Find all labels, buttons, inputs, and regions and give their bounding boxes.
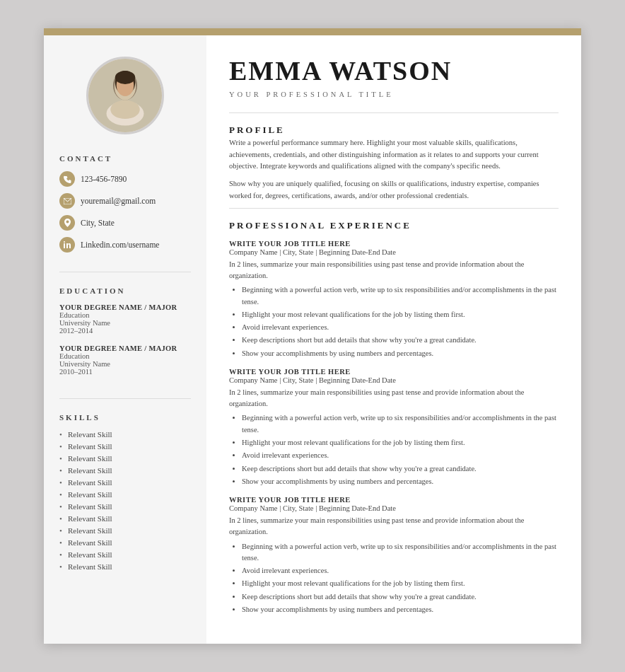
job-company-1: Company Name | City, State | Beginning D… bbox=[229, 248, 559, 256]
job-bullet-2-3: Avoid irrelevant experiences. bbox=[242, 450, 559, 461]
edu-type-2: Education bbox=[59, 352, 191, 360]
profile-section: PROFILE Write a powerful performance sum… bbox=[229, 124, 559, 202]
email-text: youremail@gmail.com bbox=[81, 197, 156, 205]
job-bullet-3-3: Highlight your most relevant qualificati… bbox=[242, 578, 559, 589]
sidebar: CONTACT 123-456-7890 youremail@gmail.com bbox=[44, 35, 206, 644]
linkedin-text: Linkedin.com/username bbox=[81, 241, 159, 249]
profile-heading: PROFILE bbox=[229, 124, 559, 136]
svg-point-7 bbox=[110, 100, 140, 119]
skills-heading: SKILLS bbox=[59, 413, 191, 422]
job-title-3: WRITE YOUR JOB TITLE HERE bbox=[229, 496, 559, 504]
resume-body: CONTACT 123-456-7890 youremail@gmail.com bbox=[44, 35, 581, 644]
job-bullet-2-5: Show your accomplishments by using numbe… bbox=[242, 476, 559, 487]
skill-1: Relevant Skill bbox=[59, 430, 191, 439]
job-entry-1: WRITE YOUR JOB TITLE HERE Company Name |… bbox=[229, 240, 559, 359]
experience-heading: PROFESSIONAL EXPERIENCE bbox=[229, 220, 559, 231]
job-title-1: WRITE YOUR JOB TITLE HERE bbox=[229, 240, 559, 248]
education-section: EDUCATION YOUR DEGREE NAME / MAJOR Educa… bbox=[44, 281, 206, 386]
job-entry-3: WRITE YOUR JOB TITLE HERE Company Name |… bbox=[229, 496, 559, 615]
job-bullet-2-2: Highlight your most relevant qualificati… bbox=[242, 437, 559, 448]
job-bullet-1-5: Show your accomplishments by using numbe… bbox=[242, 348, 559, 359]
profile-paragraph-1: Write a powerful performance summary her… bbox=[229, 137, 559, 173]
skill-4: Relevant Skill bbox=[59, 466, 191, 475]
phone-icon bbox=[59, 171, 75, 187]
skill-9: Relevant Skill bbox=[59, 526, 191, 535]
job-bullet-1-4: Keep descriptions short but add details … bbox=[242, 335, 559, 346]
skill-7: Relevant Skill bbox=[59, 502, 191, 511]
skill-8: Relevant Skill bbox=[59, 514, 191, 523]
job-bullet-1-3: Avoid irrelevant experiences. bbox=[242, 322, 559, 333]
resume-name: EMMA WATSON bbox=[229, 57, 559, 86]
job-bullet-1-1: Beginning with a powerful action verb, w… bbox=[242, 284, 559, 308]
job-bullet-1-2: Highlight your most relevant qualificati… bbox=[242, 309, 559, 320]
professional-title: YOUR PROFESSIONAL TITLE bbox=[229, 91, 559, 98]
profile-photo bbox=[86, 57, 164, 134]
experience-section: PROFESSIONAL EXPERIENCE WRITE YOUR JOB T… bbox=[229, 220, 559, 615]
contact-section: CONTACT 123-456-7890 youremail@gmail.com bbox=[44, 149, 206, 259]
location-icon bbox=[59, 215, 75, 231]
main-content: EMMA WATSON YOUR PROFESSIONAL TITLE PROF… bbox=[206, 35, 581, 644]
job-bullets-3: Beginning with a powerful action verb, w… bbox=[229, 541, 559, 616]
job-bullet-2-1: Beginning with a powerful action verb, w… bbox=[242, 412, 559, 436]
skill-2: Relevant Skill bbox=[59, 442, 191, 451]
profile-paragraph-2: Show why you are uniquely qualified, foc… bbox=[229, 178, 559, 202]
edu-degree-1: YOUR DEGREE NAME / MAJOR bbox=[59, 303, 191, 311]
skill-11: Relevant Skill bbox=[59, 550, 191, 559]
education-entry-1: YOUR DEGREE NAME / MAJOR Education Unive… bbox=[59, 303, 191, 335]
skill-6: Relevant Skill bbox=[59, 490, 191, 499]
job-bullet-2-4: Keep descriptions short but add details … bbox=[242, 463, 559, 475]
svg-rect-9 bbox=[64, 243, 65, 248]
edu-years-1: 2012–2014 bbox=[59, 327, 191, 335]
skill-5: Relevant Skill bbox=[59, 478, 191, 487]
job-desc-1: In 2 lines, summarize your main responsi… bbox=[229, 259, 559, 282]
location-text: City, State bbox=[81, 219, 115, 227]
education-entry-2: YOUR DEGREE NAME / MAJOR Education Unive… bbox=[59, 344, 191, 376]
job-desc-3: In 2 lines, summarize your main responsi… bbox=[229, 515, 559, 538]
email-icon bbox=[59, 193, 75, 209]
job-bullets-2: Beginning with a powerful action verb, w… bbox=[229, 412, 559, 487]
job-entry-2: WRITE YOUR JOB TITLE HERE Company Name |… bbox=[229, 368, 559, 487]
edu-school-2: University Name bbox=[59, 360, 191, 368]
job-title-2: WRITE YOUR JOB TITLE HERE bbox=[229, 368, 559, 376]
job-desc-2: In 2 lines, summarize your main responsi… bbox=[229, 387, 559, 410]
phone-text: 123-456-7890 bbox=[81, 175, 127, 183]
svg-point-10 bbox=[64, 241, 65, 243]
experience-divider bbox=[229, 208, 559, 209]
job-bullets-1: Beginning with a powerful action verb, w… bbox=[229, 284, 559, 359]
email-item: youremail@gmail.com bbox=[59, 193, 191, 209]
svg-point-5 bbox=[115, 71, 135, 84]
edu-type-1: Education bbox=[59, 311, 191, 319]
skills-list: Relevant Skill Relevant Skill Relevant S… bbox=[59, 430, 191, 571]
skill-12: Relevant Skill bbox=[59, 562, 191, 571]
job-bullet-3-5: Show your accomplishments by using numbe… bbox=[242, 604, 559, 615]
edu-degree-2: YOUR DEGREE NAME / MAJOR bbox=[59, 344, 191, 352]
job-bullet-3-2: Avoid irrelevant experiences. bbox=[242, 565, 559, 577]
skill-10: Relevant Skill bbox=[59, 538, 191, 547]
education-heading: EDUCATION bbox=[59, 286, 191, 295]
name-title-block: EMMA WATSON YOUR PROFESSIONAL TITLE bbox=[229, 57, 559, 98]
job-company-2: Company Name | City, State | Beginning D… bbox=[229, 376, 559, 384]
edu-years-2: 2010–2011 bbox=[59, 368, 191, 376]
phone-item: 123-456-7890 bbox=[59, 171, 191, 187]
profile-divider bbox=[229, 112, 559, 113]
top-accent-bar bbox=[44, 28, 581, 35]
education-divider bbox=[59, 398, 191, 399]
contact-heading: CONTACT bbox=[59, 154, 191, 163]
linkedin-icon bbox=[59, 237, 75, 253]
job-bullet-3-4: Keep descriptions short but add details … bbox=[242, 591, 559, 603]
job-bullet-3-1: Beginning with a powerful action verb, w… bbox=[242, 541, 559, 564]
skill-3: Relevant Skill bbox=[59, 454, 191, 463]
avatar-silhouette bbox=[88, 57, 162, 134]
edu-school-1: University Name bbox=[59, 319, 191, 327]
linkedin-item: Linkedin.com/username bbox=[59, 237, 191, 253]
skills-section: SKILLS Relevant Skill Relevant Skill Rel… bbox=[44, 407, 206, 574]
contact-divider bbox=[59, 272, 191, 272]
job-company-3: Company Name | City, State | Beginning D… bbox=[229, 504, 559, 512]
resume-document: CONTACT 123-456-7890 youremail@gmail.com bbox=[44, 28, 581, 644]
location-item: City, State bbox=[59, 215, 191, 231]
